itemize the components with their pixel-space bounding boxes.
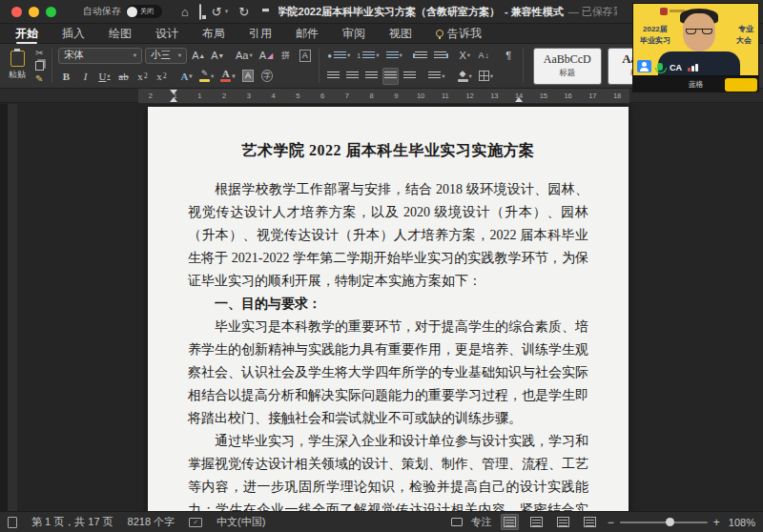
justify-button[interactable] — [382, 68, 399, 85]
italic-button[interactable]: I — [77, 68, 93, 85]
font-color-icon: A — [220, 70, 231, 82]
text-effects-button[interactable]: A▾ — [178, 68, 195, 85]
sort-button[interactable]: A↓ — [476, 47, 492, 64]
show-paragraph-marks-button[interactable]: ¶ — [501, 47, 517, 64]
document-page[interactable]: 艺术学院 2022 届本科生毕业实习实施方案 根据学校教学工作部署与安排，结合 … — [148, 107, 629, 511]
save-status[interactable]: — 已保存到我的 Mac — [568, 5, 617, 19]
strikethrough-button[interactable]: ab — [115, 68, 132, 85]
enclose-characters-button[interactable]: 字 — [259, 68, 276, 85]
chevron-down-icon: ▾ — [189, 72, 192, 80]
focus-mode-icon[interactable] — [451, 518, 463, 526]
shading-button[interactable]: ◆▾ — [456, 68, 474, 85]
close-window-button[interactable] — [11, 7, 22, 17]
ruler-number: 16 — [556, 89, 581, 103]
doc-paragraph[interactable]: 通过毕业实习，学生深入企业和设计单位参与设计实践，学习和掌握视觉传达设计相关领域… — [188, 430, 588, 511]
style-title[interactable]: AaBbCcD 标题 — [533, 48, 602, 85]
distribute-button[interactable] — [402, 68, 418, 85]
ruler-number: 10 — [408, 89, 433, 103]
tab-home[interactable]: 开始 — [15, 25, 38, 43]
print-layout-view-button[interactable] — [501, 514, 519, 530]
multilevel-list-button[interactable]: ▾ — [384, 47, 404, 64]
undo-icon[interactable]: ↺ — [212, 5, 222, 19]
tab-draw[interactable]: 绘图 — [109, 25, 132, 43]
subscript-button[interactable]: x2 — [134, 68, 151, 85]
zoom-out-button[interactable]: − — [608, 516, 614, 529]
zoom-window-button[interactable] — [46, 7, 56, 17]
doc-title[interactable]: 艺术学院 2022 届本科生毕业实习实施方案 — [188, 141, 588, 161]
align-right-button[interactable] — [363, 68, 380, 85]
align-center-button[interactable] — [344, 68, 361, 85]
tab-layout[interactable]: 布局 — [202, 25, 225, 43]
font-name-value: 宋体 — [64, 49, 84, 62]
decrease-indent-button[interactable] — [413, 47, 429, 64]
pilcrow-icon: ¶ — [505, 50, 511, 61]
bold-button[interactable]: B — [58, 68, 74, 85]
doc-paragraph[interactable]: 根据学校教学工作部署与安排，结合 2018 级环境设计、园林、视觉传达设计人才培… — [188, 178, 588, 293]
clear-formatting-button[interactable]: A◢ — [258, 47, 276, 64]
font-size-select[interactable]: 小三 ▾ — [145, 48, 187, 64]
zoom-slider-thumb[interactable] — [666, 518, 674, 526]
focus-label[interactable]: 专注 — [471, 515, 492, 529]
outline-view-button[interactable] — [554, 514, 572, 530]
proofing-icon[interactable]: ✓ — [189, 518, 202, 527]
doc-paragraph[interactable]: 毕业实习是本科教学的重要环节，对于提高学生的综合素质、培养学生的创新精神与实践能… — [188, 316, 588, 430]
web-layout-view-button[interactable] — [527, 514, 546, 530]
doc-heading[interactable]: 一、目的与要求： — [188, 293, 588, 316]
zoom-slider[interactable] — [620, 522, 708, 523]
undo-chevron-icon[interactable]: ▾ — [225, 8, 229, 15]
align-left-button[interactable] — [325, 68, 341, 85]
zoom-in-button[interactable]: + — [713, 516, 720, 529]
shrink-font-button[interactable]: A▾ — [209, 47, 225, 64]
bullets-button[interactable]: ●▾ — [325, 47, 352, 64]
right-indent-marker[interactable] — [515, 97, 523, 102]
asian-layout-button[interactable]: X▾ — [457, 47, 473, 64]
font-name-select[interactable]: 宋体 ▾ — [58, 48, 142, 64]
autosave-toggle[interactable]: 关闭 — [126, 5, 162, 18]
numbering-button[interactable]: 1▾ — [355, 47, 381, 64]
underline-button[interactable]: U▾ — [96, 68, 113, 85]
home-icon[interactable]: ⌂ — [181, 5, 189, 19]
page-info[interactable]: 第 1 页，共 17 页 — [31, 515, 113, 529]
first-line-indent-marker[interactable] — [170, 90, 177, 94]
copy-icon[interactable] — [35, 61, 44, 71]
draft-view-button[interactable] — [581, 514, 599, 530]
change-case-button[interactable]: Aa▾ — [234, 47, 255, 64]
character-shading-button[interactable]: A — [240, 68, 257, 85]
hanging-indent-marker[interactable] — [170, 97, 177, 102]
tab-tell-me[interactable]: 告诉我 — [436, 25, 482, 43]
save-icon[interactable] — [199, 5, 201, 19]
webcam-video[interactable]: 2022届 专业 毕业实习 大会 CA — [632, 3, 759, 76]
horizontal-ruler[interactable]: 21123456789101112131415161718 — [138, 89, 629, 103]
line-spacing-button[interactable]: ▾ — [426, 68, 446, 85]
increase-indent-button[interactable] — [432, 47, 448, 64]
meeting-action-button[interactable] — [725, 78, 757, 92]
word-count[interactable]: 8218 个字 — [128, 515, 175, 529]
tab-insert[interactable]: 插入 — [62, 25, 85, 43]
phonetic-guide-button[interactable]: 拼 — [278, 47, 294, 64]
font-color-button[interactable]: A▾ — [218, 68, 237, 85]
page-icon[interactable] — [8, 517, 17, 528]
tab-review[interactable]: 审阅 — [342, 25, 365, 43]
grow-font-button[interactable]: A▴ — [190, 47, 206, 64]
character-border-button[interactable]: A — [297, 47, 313, 64]
change-case-glyph: Aa — [236, 50, 248, 61]
tab-references[interactable]: 引用 — [249, 25, 272, 43]
vertical-ruler[interactable] — [8, 104, 17, 511]
tab-design[interactable]: 设计 — [155, 25, 178, 43]
align-right-icon — [365, 72, 378, 80]
quick-access-toolbar: ⌂ ↺ ▾ ↻ ··· — [181, 5, 269, 19]
format-painter-icon[interactable]: ✎ — [35, 73, 44, 84]
borders-button[interactable]: ▾ — [477, 68, 495, 85]
language-indicator[interactable]: 中文(中国) — [217, 515, 265, 529]
tab-view[interactable]: 视图 — [389, 25, 412, 43]
cut-icon[interactable]: ✂ — [35, 48, 44, 58]
video-call-overlay[interactable]: 2022届 专业 毕业实习 大会 CA 蓝格 — [632, 3, 759, 92]
tab-mailings[interactable]: 邮件 — [296, 25, 319, 43]
zoom-level[interactable]: 108% — [729, 517, 755, 528]
superscript-button[interactable]: x2 — [154, 68, 170, 85]
redo-icon[interactable]: ↻ — [238, 5, 249, 19]
minimize-window-button[interactable] — [29, 7, 39, 17]
chevron-down-icon: ▾ — [376, 51, 379, 59]
paste-button[interactable]: 粘贴 — [6, 47, 29, 85]
highlight-color-button[interactable]: ✎▾ — [197, 68, 216, 85]
